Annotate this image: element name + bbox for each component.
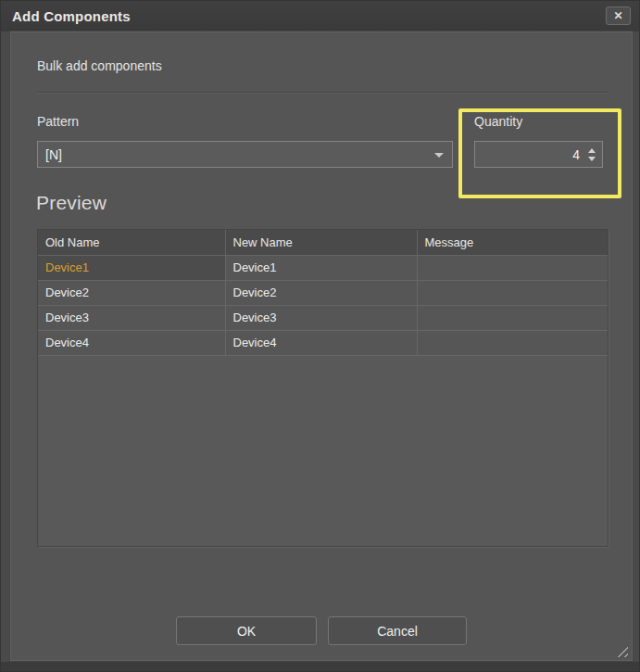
cell-old-name[interactable]: Device3 xyxy=(38,305,225,330)
table-row: Device4 Device4 xyxy=(38,330,608,355)
add-components-dialog: Add Components ✕ Bulk add components Pat… xyxy=(0,0,640,672)
chevron-down-icon xyxy=(434,153,444,158)
column-header-old-name[interactable]: Old Name xyxy=(38,230,225,255)
cell-old-name[interactable]: Device4 xyxy=(38,330,225,355)
section-divider xyxy=(37,92,609,94)
spin-up-icon[interactable] xyxy=(588,148,596,153)
spin-down-icon[interactable] xyxy=(588,157,596,161)
pattern-value: [N] xyxy=(45,147,62,162)
cell-new-name[interactable]: Device1 xyxy=(225,255,417,280)
close-icon: ✕ xyxy=(613,10,622,21)
quantity-input[interactable] xyxy=(475,142,602,167)
window-bottom-edge xyxy=(1,662,639,672)
preview-table: Old Name New Name Message Device1 Device… xyxy=(37,229,609,547)
pattern-label: Pattern xyxy=(37,114,79,129)
table-header-row: Old Name New Name Message xyxy=(38,230,608,255)
table-row: Device1 Device1 xyxy=(38,255,608,280)
cell-message[interactable] xyxy=(417,305,608,330)
dialog-title: Add Components xyxy=(12,8,131,24)
cell-message[interactable] xyxy=(417,280,608,305)
dialog-body: Bulk add components Pattern [N] Quantity… xyxy=(10,32,633,661)
cell-message[interactable] xyxy=(417,255,608,280)
quantity-label: Quantity xyxy=(474,114,522,129)
spin-buttons xyxy=(584,142,599,167)
cell-new-name[interactable]: Device4 xyxy=(225,330,417,355)
resize-grip-icon[interactable] xyxy=(616,645,628,657)
table-row: Device3 Device3 xyxy=(38,305,608,330)
ok-button[interactable]: OK xyxy=(176,616,317,645)
quantity-stepper xyxy=(474,141,603,168)
close-button[interactable]: ✕ xyxy=(606,6,631,25)
dialog-titlebar[interactable]: Add Components ✕ xyxy=(1,1,639,32)
bulk-add-description: Bulk add components xyxy=(37,58,162,73)
cell-old-name-selected[interactable]: Device1 xyxy=(38,255,225,280)
cell-message[interactable] xyxy=(417,330,608,355)
cell-old-name[interactable]: Device2 xyxy=(38,280,225,305)
column-header-new-name[interactable]: New Name xyxy=(225,230,417,255)
cell-new-name[interactable]: Device2 xyxy=(225,280,417,305)
column-header-message[interactable]: Message xyxy=(417,230,608,255)
table-row: Device2 Device2 xyxy=(38,280,608,305)
cancel-button[interactable]: Cancel xyxy=(328,616,467,645)
pattern-dropdown[interactable]: [N] xyxy=(37,141,453,168)
preview-heading: Preview xyxy=(36,192,107,214)
cell-new-name[interactable]: Device3 xyxy=(225,305,417,330)
